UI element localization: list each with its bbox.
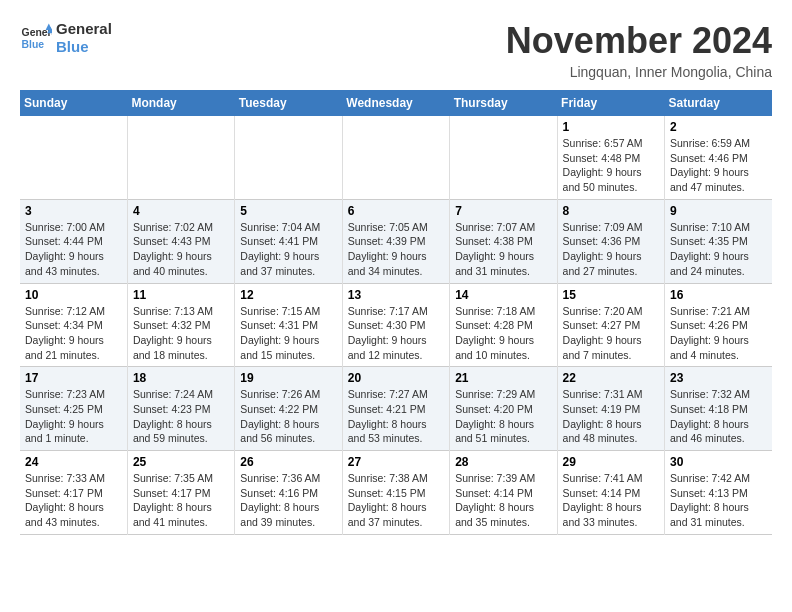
day-number: 4 [133, 204, 229, 218]
calendar-cell: 12Sunrise: 7:15 AM Sunset: 4:31 PM Dayli… [235, 283, 342, 367]
svg-text:Blue: Blue [22, 39, 45, 50]
day-info: Sunrise: 7:21 AM Sunset: 4:26 PM Dayligh… [670, 304, 767, 363]
day-number: 17 [25, 371, 122, 385]
day-info: Sunrise: 7:42 AM Sunset: 4:13 PM Dayligh… [670, 471, 767, 530]
calendar-week-2: 3Sunrise: 7:00 AM Sunset: 4:44 PM Daylig… [20, 199, 772, 283]
day-info: Sunrise: 7:27 AM Sunset: 4:21 PM Dayligh… [348, 387, 444, 446]
weekday-header-saturday: Saturday [665, 90, 772, 116]
day-info: Sunrise: 7:24 AM Sunset: 4:23 PM Dayligh… [133, 387, 229, 446]
logo: General Blue General Blue [20, 20, 112, 56]
calendar-week-4: 17Sunrise: 7:23 AM Sunset: 4:25 PM Dayli… [20, 367, 772, 451]
weekday-header-wednesday: Wednesday [342, 90, 449, 116]
day-info: Sunrise: 7:32 AM Sunset: 4:18 PM Dayligh… [670, 387, 767, 446]
day-info: Sunrise: 7:09 AM Sunset: 4:36 PM Dayligh… [563, 220, 659, 279]
calendar-cell: 29Sunrise: 7:41 AM Sunset: 4:14 PM Dayli… [557, 451, 664, 535]
day-info: Sunrise: 6:57 AM Sunset: 4:48 PM Dayligh… [563, 136, 659, 195]
day-number: 12 [240, 288, 336, 302]
calendar-cell: 28Sunrise: 7:39 AM Sunset: 4:14 PM Dayli… [450, 451, 557, 535]
calendar-week-5: 24Sunrise: 7:33 AM Sunset: 4:17 PM Dayli… [20, 451, 772, 535]
calendar-cell: 14Sunrise: 7:18 AM Sunset: 4:28 PM Dayli… [450, 283, 557, 367]
calendar-body: 1Sunrise: 6:57 AM Sunset: 4:48 PM Daylig… [20, 116, 772, 534]
day-number: 29 [563, 455, 659, 469]
day-info: Sunrise: 7:00 AM Sunset: 4:44 PM Dayligh… [25, 220, 122, 279]
day-info: Sunrise: 7:07 AM Sunset: 4:38 PM Dayligh… [455, 220, 551, 279]
day-number: 18 [133, 371, 229, 385]
calendar-cell: 2Sunrise: 6:59 AM Sunset: 4:46 PM Daylig… [665, 116, 772, 199]
day-number: 5 [240, 204, 336, 218]
day-number: 16 [670, 288, 767, 302]
calendar-cell: 16Sunrise: 7:21 AM Sunset: 4:26 PM Dayli… [665, 283, 772, 367]
day-number: 1 [563, 120, 659, 134]
day-number: 9 [670, 204, 767, 218]
day-number: 20 [348, 371, 444, 385]
calendar-cell: 5Sunrise: 7:04 AM Sunset: 4:41 PM Daylig… [235, 199, 342, 283]
day-info: Sunrise: 7:35 AM Sunset: 4:17 PM Dayligh… [133, 471, 229, 530]
day-number: 10 [25, 288, 122, 302]
day-number: 14 [455, 288, 551, 302]
calendar-cell [450, 116, 557, 199]
day-number: 6 [348, 204, 444, 218]
day-info: Sunrise: 7:23 AM Sunset: 4:25 PM Dayligh… [25, 387, 122, 446]
calendar-cell: 3Sunrise: 7:00 AM Sunset: 4:44 PM Daylig… [20, 199, 127, 283]
day-number: 21 [455, 371, 551, 385]
calendar-cell: 20Sunrise: 7:27 AM Sunset: 4:21 PM Dayli… [342, 367, 449, 451]
page-header: General Blue General Blue November 2024 … [20, 20, 772, 80]
day-info: Sunrise: 7:26 AM Sunset: 4:22 PM Dayligh… [240, 387, 336, 446]
calendar-cell: 6Sunrise: 7:05 AM Sunset: 4:39 PM Daylig… [342, 199, 449, 283]
calendar-table: SundayMondayTuesdayWednesdayThursdayFrid… [20, 90, 772, 535]
logo-icon: General Blue [20, 22, 52, 54]
day-number: 22 [563, 371, 659, 385]
day-number: 27 [348, 455, 444, 469]
day-info: Sunrise: 7:05 AM Sunset: 4:39 PM Dayligh… [348, 220, 444, 279]
calendar-cell: 17Sunrise: 7:23 AM Sunset: 4:25 PM Dayli… [20, 367, 127, 451]
day-number: 30 [670, 455, 767, 469]
day-number: 24 [25, 455, 122, 469]
calendar-cell: 23Sunrise: 7:32 AM Sunset: 4:18 PM Dayli… [665, 367, 772, 451]
day-info: Sunrise: 7:18 AM Sunset: 4:28 PM Dayligh… [455, 304, 551, 363]
day-number: 3 [25, 204, 122, 218]
day-info: Sunrise: 7:15 AM Sunset: 4:31 PM Dayligh… [240, 304, 336, 363]
day-number: 2 [670, 120, 767, 134]
weekday-header-thursday: Thursday [450, 90, 557, 116]
day-number: 26 [240, 455, 336, 469]
calendar-cell: 10Sunrise: 7:12 AM Sunset: 4:34 PM Dayli… [20, 283, 127, 367]
calendar-cell: 22Sunrise: 7:31 AM Sunset: 4:19 PM Dayli… [557, 367, 664, 451]
weekday-header-tuesday: Tuesday [235, 90, 342, 116]
calendar-cell: 18Sunrise: 7:24 AM Sunset: 4:23 PM Dayli… [127, 367, 234, 451]
day-info: Sunrise: 7:33 AM Sunset: 4:17 PM Dayligh… [25, 471, 122, 530]
day-number: 13 [348, 288, 444, 302]
calendar-cell: 25Sunrise: 7:35 AM Sunset: 4:17 PM Dayli… [127, 451, 234, 535]
month-title: November 2024 [506, 20, 772, 62]
day-info: Sunrise: 7:41 AM Sunset: 4:14 PM Dayligh… [563, 471, 659, 530]
calendar-cell [235, 116, 342, 199]
calendar-cell: 15Sunrise: 7:20 AM Sunset: 4:27 PM Dayli… [557, 283, 664, 367]
calendar-cell: 11Sunrise: 7:13 AM Sunset: 4:32 PM Dayli… [127, 283, 234, 367]
weekday-header-sunday: Sunday [20, 90, 127, 116]
calendar-header-row: SundayMondayTuesdayWednesdayThursdayFrid… [20, 90, 772, 116]
day-info: Sunrise: 7:38 AM Sunset: 4:15 PM Dayligh… [348, 471, 444, 530]
calendar-cell: 21Sunrise: 7:29 AM Sunset: 4:20 PM Dayli… [450, 367, 557, 451]
logo-line2: Blue [56, 38, 112, 56]
day-info: Sunrise: 6:59 AM Sunset: 4:46 PM Dayligh… [670, 136, 767, 195]
calendar-cell: 24Sunrise: 7:33 AM Sunset: 4:17 PM Dayli… [20, 451, 127, 535]
day-number: 7 [455, 204, 551, 218]
calendar-week-1: 1Sunrise: 6:57 AM Sunset: 4:48 PM Daylig… [20, 116, 772, 199]
calendar-cell: 27Sunrise: 7:38 AM Sunset: 4:15 PM Dayli… [342, 451, 449, 535]
calendar-cell: 7Sunrise: 7:07 AM Sunset: 4:38 PM Daylig… [450, 199, 557, 283]
day-info: Sunrise: 7:20 AM Sunset: 4:27 PM Dayligh… [563, 304, 659, 363]
calendar-week-3: 10Sunrise: 7:12 AM Sunset: 4:34 PM Dayli… [20, 283, 772, 367]
day-info: Sunrise: 7:10 AM Sunset: 4:35 PM Dayligh… [670, 220, 767, 279]
day-info: Sunrise: 7:36 AM Sunset: 4:16 PM Dayligh… [240, 471, 336, 530]
calendar-cell: 13Sunrise: 7:17 AM Sunset: 4:30 PM Dayli… [342, 283, 449, 367]
logo-line1: General [56, 20, 112, 38]
calendar-cell [342, 116, 449, 199]
day-number: 28 [455, 455, 551, 469]
day-number: 19 [240, 371, 336, 385]
calendar-cell: 19Sunrise: 7:26 AM Sunset: 4:22 PM Dayli… [235, 367, 342, 451]
day-info: Sunrise: 7:04 AM Sunset: 4:41 PM Dayligh… [240, 220, 336, 279]
day-info: Sunrise: 7:31 AM Sunset: 4:19 PM Dayligh… [563, 387, 659, 446]
day-info: Sunrise: 7:12 AM Sunset: 4:34 PM Dayligh… [25, 304, 122, 363]
calendar-cell [20, 116, 127, 199]
day-info: Sunrise: 7:13 AM Sunset: 4:32 PM Dayligh… [133, 304, 229, 363]
day-number: 23 [670, 371, 767, 385]
